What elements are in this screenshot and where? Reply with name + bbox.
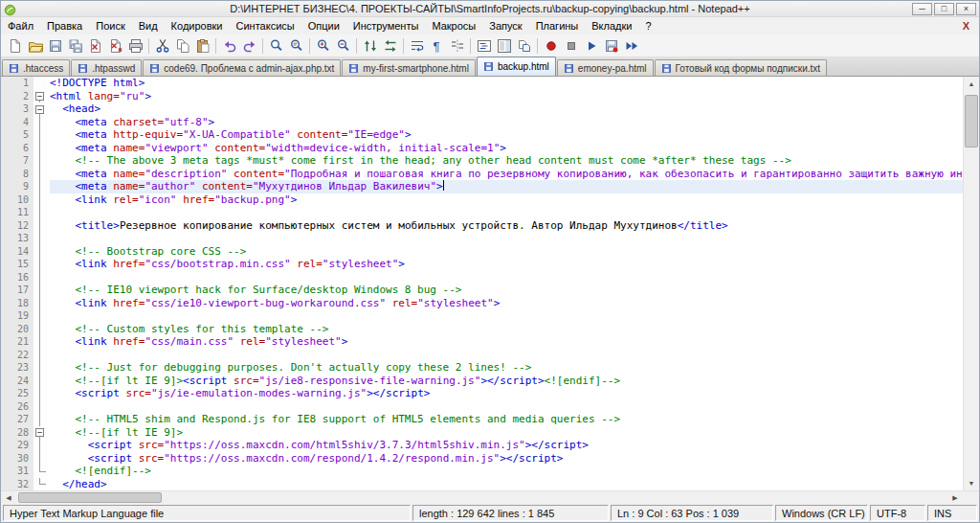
redo-icon[interactable] <box>239 35 259 56</box>
code-line-4[interactable]: <meta charset="utf-8"> <box>50 116 963 129</box>
function-list-icon[interactable] <box>474 35 494 56</box>
code-line-25[interactable]: <script src="js/ie-emulation-modes-warni… <box>50 387 963 400</box>
code-line-8[interactable]: <meta name="description" content="Подроб… <box>50 168 963 181</box>
code-line-18[interactable]: <link href="css/ie10-viewport-bug-workar… <box>50 297 963 310</box>
line-number: 21 <box>1 335 29 349</box>
code-line-2[interactable]: <html lang="ru"> <box>50 90 963 103</box>
scroll-right-icon[interactable]: ▶ <box>947 491 963 504</box>
playback-macro-icon[interactable] <box>581 35 601 56</box>
save-macro-icon[interactable] <box>601 35 621 56</box>
code-line-21[interactable]: <link href="css/main.css" rel="styleshee… <box>50 335 963 349</box>
code-line-22[interactable] <box>50 349 963 362</box>
code-line-29[interactable]: <script src="https://oss.maxcdn.com/html… <box>50 439 963 452</box>
document-switcher-icon[interactable] <box>514 35 534 56</box>
show-indent-guide-icon[interactable] <box>447 35 467 56</box>
code-line-9[interactable]: <meta name="author" content="Мухутдинов … <box>50 180 963 193</box>
code-line-31[interactable]: <![endif]--> <box>50 465 963 478</box>
open-file-icon[interactable] <box>25 35 45 56</box>
run-macro-multiple-icon[interactable] <box>621 35 641 56</box>
save-icon[interactable] <box>45 35 65 56</box>
code-line-7[interactable]: <!-- The above 3 meta tags *must* come f… <box>50 154 963 168</box>
document-map-icon[interactable] <box>494 35 514 56</box>
menu-item-8[interactable]: Инструменты <box>346 17 426 34</box>
menu-item-6[interactable]: Синтаксисы <box>230 17 301 34</box>
tab-5-active[interactable]: backup.html <box>477 57 556 76</box>
scroll-down-icon[interactable]: ▼ <box>964 476 979 490</box>
fold-collapse-icon[interactable]: − <box>33 102 47 116</box>
undo-icon[interactable] <box>219 35 239 56</box>
menu-item-7[interactable]: Опции <box>301 17 346 34</box>
vertical-scroll-thumb[interactable] <box>965 95 978 148</box>
menu-item-2[interactable]: Правка <box>40 17 89 34</box>
record-macro-icon[interactable] <box>541 35 561 56</box>
scroll-up-icon[interactable]: ▲ <box>964 77 979 91</box>
vertical-scrollbar[interactable]: ▲ ▼ <box>963 77 979 490</box>
code-line-11[interactable] <box>50 206 963 219</box>
tab-7[interactable]: Готовый код формы подписки.txt <box>655 59 828 76</box>
horizontal-scrollbar[interactable]: ◀ ▶ <box>1 491 963 504</box>
code-line-20[interactable]: <!-- Custom styles for this template --> <box>50 323 963 336</box>
code-line-24[interactable]: <!--[if lt IE 9]><script src="js/ie8-res… <box>50 375 963 388</box>
code-line-6[interactable]: <meta name="viewport" content="width=dev… <box>50 142 963 155</box>
code-line-30[interactable]: <script src="https://oss.maxcdn.com/resp… <box>50 452 963 466</box>
code-line-17[interactable]: <!-- IE10 viewport hack for Surface/desk… <box>50 284 963 297</box>
tab-1[interactable]: .htaccess <box>2 59 70 76</box>
scroll-left-icon[interactable]: ◀ <box>1 491 16 504</box>
code-line-1[interactable]: <!DOCTYPE html> <box>50 77 963 90</box>
fold-collapse-icon[interactable]: − <box>33 426 47 440</box>
menu-item-9[interactable]: Макросы <box>425 17 482 34</box>
code-line-23[interactable]: <!-- Just for debugging purposes. Don't … <box>50 361 963 375</box>
tab-6[interactable]: emoney-pa.html <box>557 59 654 76</box>
menu-item-1[interactable]: Файл <box>1 17 40 34</box>
stop-recording-icon[interactable] <box>561 35 581 56</box>
menu-item-11[interactable]: Плагины <box>529 17 586 34</box>
replace-icon[interactable] <box>286 35 306 56</box>
tab-3[interactable]: code69. Проблема с admin-ajax.php.txt <box>143 59 341 76</box>
new-file-icon[interactable] <box>5 35 25 56</box>
code-line-5[interactable]: <meta http-equiv="X-UA-Compatible" conte… <box>50 128 963 142</box>
sync-vertical-scrolling-icon[interactable] <box>360 35 380 56</box>
cut-icon[interactable] <box>152 35 172 56</box>
fold-collapse-icon[interactable]: − <box>33 90 47 103</box>
menu-item-5[interactable]: Кодировки <box>165 17 230 34</box>
vertical-scroll-track[interactable] <box>964 91 979 476</box>
save-all-icon[interactable] <box>65 35 85 56</box>
print-icon[interactable] <box>125 35 145 56</box>
paste-icon[interactable] <box>192 35 212 56</box>
code-line-16[interactable] <box>50 271 963 284</box>
code-line-27[interactable]: <!-- HTML5 shim and Respond.js for IE8 s… <box>50 413 963 426</box>
find-icon[interactable] <box>266 35 286 56</box>
close-icon[interactable] <box>85 35 105 56</box>
code-line-14[interactable]: <!-- Bootstrap core CSS --> <box>50 245 963 259</box>
horizontal-scroll-thumb[interactable] <box>18 492 162 503</box>
close-all-icon[interactable] <box>105 35 125 56</box>
tab-2[interactable]: .htpasswd <box>71 59 142 76</box>
line-number: 20 <box>1 323 29 336</box>
code-line-32[interactable]: </head> <box>50 478 963 491</box>
code-line-13[interactable] <box>50 232 963 245</box>
word-wrap-icon[interactable] <box>407 35 427 56</box>
tab-4[interactable]: my-first-smartphone.html <box>342 59 476 76</box>
zoom-in-icon[interactable] <box>313 35 333 56</box>
minimize-button[interactable]: ─ <box>912 3 932 15</box>
code-line-12[interactable]: <title>Резервное копирование компьютерны… <box>50 219 963 233</box>
code-line-28[interactable]: <!--[if lt IE 9]> <box>50 426 963 440</box>
restore-button[interactable]: □ <box>934 3 954 15</box>
code-line-15[interactable]: <link href="css/bootstrap.min.css" rel="… <box>50 258 963 271</box>
copy-icon[interactable] <box>172 35 192 56</box>
code-line-3[interactable]: <head> <box>50 102 963 116</box>
show-all-characters-icon[interactable]: ¶ <box>427 35 447 56</box>
menu-item-10[interactable]: Запуск <box>482 17 528 34</box>
close-button[interactable]: × <box>956 3 976 15</box>
menu-item-12[interactable]: Вкладки <box>585 17 638 34</box>
horizontal-scroll-track[interactable] <box>16 491 947 504</box>
code-line-19[interactable] <box>50 309 963 323</box>
sync-horizontal-scrolling-icon[interactable] <box>380 35 400 56</box>
menu-item-3[interactable]: Поиск <box>89 17 131 34</box>
zoom-out-icon[interactable] <box>333 35 353 56</box>
menu-close-icon[interactable]: X <box>953 17 979 34</box>
code-line-26[interactable] <box>50 400 963 414</box>
menu-item-13[interactable]: ? <box>638 17 657 34</box>
code-line-10[interactable]: <link rel="icon" href="backup.png"> <box>50 193 963 207</box>
menu-item-4[interactable]: Вид <box>132 17 165 34</box>
